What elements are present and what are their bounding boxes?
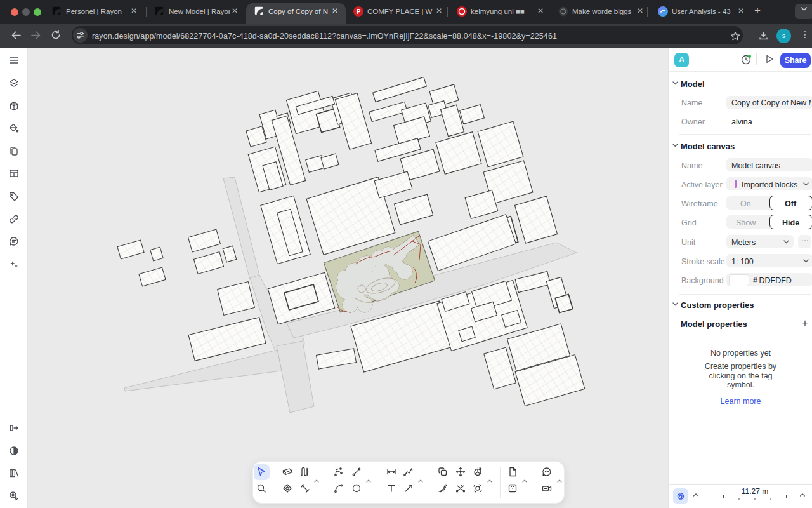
svg-text:P: P	[357, 8, 361, 15]
